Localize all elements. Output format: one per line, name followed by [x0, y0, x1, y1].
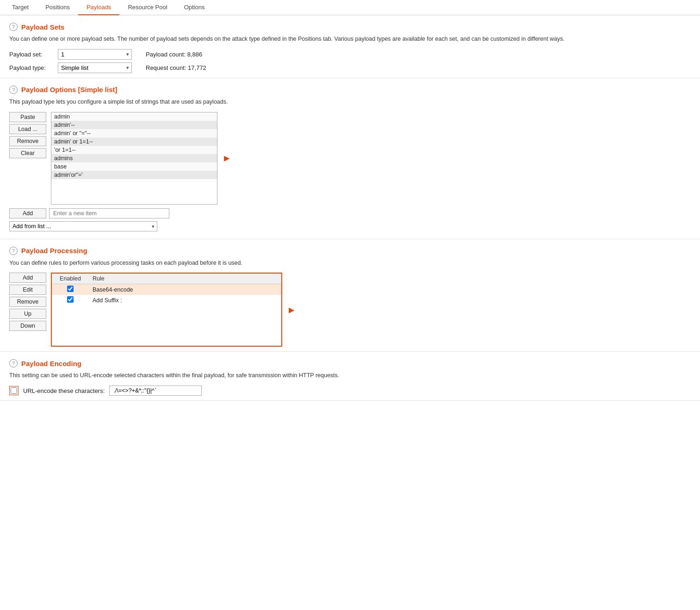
payload-set-label: Payload set:	[9, 51, 53, 58]
payload-processing-section: ? Payload Processing You can define rule…	[0, 239, 700, 352]
payload-list-container: Paste Load ... Remove Clear adminadmin'-…	[9, 112, 691, 205]
payload-list-box[interactable]: adminadmin'--admin' or "="--admin' or 1=…	[51, 112, 217, 205]
proc-rule-checkbox[interactable]	[67, 286, 74, 292]
processing-table: Enabled Rule Base64-encode Add Suffix :	[52, 274, 281, 305]
tab-target[interactable]: Target	[4, 0, 37, 15]
payload-sets-title: Payload Sets	[21, 23, 64, 31]
processing-table-wrapper: Enabled Rule Base64-encode Add Suffix :	[51, 273, 282, 347]
payload-list-buttons: Paste Load ... Remove Clear	[9, 112, 46, 158]
list-item[interactable]: admin' or 1=1--	[51, 137, 217, 146]
payload-type-select[interactable]: Simple list	[58, 62, 132, 73]
proc-remove-button[interactable]: Remove	[9, 297, 46, 307]
col-rule: Rule	[89, 274, 281, 284]
payload-sets-grid: Payload set: 1 Payload count: 8,886 Payl…	[9, 49, 691, 73]
payload-options-section: ? Payload Options [Simple list] This pay…	[0, 78, 700, 239]
tab-positions[interactable]: Positions	[37, 0, 78, 15]
payload-type-label: Payload type:	[9, 64, 53, 71]
tab-options[interactable]: Options	[176, 0, 213, 15]
url-encode-label[interactable]: URL-encode these characters:	[23, 387, 105, 394]
payload-encoding-section: ? Payload Encoding This setting can be u…	[0, 352, 700, 401]
payload-count-text: Payload count: 8,886	[136, 51, 202, 58]
proc-rule-label: Add Suffix :	[89, 295, 281, 305]
load-button[interactable]: Load ...	[9, 124, 46, 134]
payload-encoding-header: ? Payload Encoding	[9, 359, 691, 367]
encoding-row: URL-encode these characters:	[9, 386, 691, 396]
processing-buttons: Add Edit Remove Up Down	[9, 273, 46, 331]
tab-resource-pool[interactable]: Resource Pool	[119, 0, 175, 15]
payload-processing-header: ? Payload Processing	[9, 247, 691, 255]
proc-down-button[interactable]: Down	[9, 321, 46, 331]
url-encode-chars-input[interactable]	[109, 386, 202, 396]
proc-add-button[interactable]: Add	[9, 273, 46, 283]
payload-processing-description: You can define rules to perform various …	[9, 259, 691, 268]
payload-options-title: Payload Options [Simple list]	[21, 86, 118, 93]
tab-bar: Target Positions Payloads Resource Pool …	[0, 0, 700, 15]
processing-layout: Add Edit Remove Up Down Enabled Rule Bas…	[9, 273, 691, 347]
add-from-list-select[interactable]: Add from list ...	[9, 221, 157, 231]
list-item[interactable]: base	[51, 162, 217, 171]
payload-type-select-wrapper: Simple list	[58, 62, 132, 73]
payload-set-select[interactable]: 1	[58, 49, 132, 60]
paste-button[interactable]: Paste	[9, 112, 46, 122]
table-row[interactable]: Add Suffix :	[52, 295, 281, 305]
payload-options-help-icon[interactable]: ?	[9, 86, 18, 94]
payload-encoding-description: This setting can be used to URL-encode s…	[9, 371, 691, 380]
col-enabled: Enabled	[52, 274, 89, 284]
list-item[interactable]: admin	[51, 112, 217, 121]
list-item[interactable]: admin'--	[51, 121, 217, 129]
payload-encoding-help-icon[interactable]: ?	[9, 359, 18, 367]
proc-rule-label: Base64-encode	[89, 284, 281, 295]
tab-payloads[interactable]: Payloads	[78, 0, 119, 15]
list-item[interactable]: admin' or "="--	[51, 129, 217, 137]
add-item-input[interactable]	[49, 208, 169, 218]
proc-rule-checkbox[interactable]	[67, 296, 74, 303]
proc-up-button[interactable]: Up	[9, 309, 46, 319]
payload-processing-title: Payload Processing	[21, 247, 87, 255]
payload-sets-description: You can define one or more payload sets.…	[9, 35, 691, 44]
add-button[interactable]: Add	[9, 208, 46, 218]
list-item[interactable]: admin'or"='	[51, 171, 217, 179]
payload-options-header: ? Payload Options [Simple list]	[9, 86, 691, 94]
list-item[interactable]: admins	[51, 154, 217, 162]
url-encode-checkbox[interactable]	[11, 387, 17, 394]
payload-set-select-wrapper: 1	[58, 49, 132, 60]
payload-sets-help-icon[interactable]: ?	[9, 23, 18, 31]
add-from-list-wrapper: Add from list ...	[9, 221, 157, 231]
table-row[interactable]: Base64-encode	[52, 284, 281, 295]
add-item-row: Add	[9, 208, 691, 218]
payload-processing-help-icon[interactable]: ?	[9, 247, 18, 255]
url-encode-checkbox-wrapper	[9, 386, 19, 395]
payload-encoding-title: Payload Encoding	[21, 360, 81, 367]
add-from-list-row: Add from list ...	[9, 221, 691, 231]
clear-button[interactable]: Clear	[9, 148, 46, 158]
remove-button[interactable]: Remove	[9, 136, 46, 146]
list-item[interactable]: 'or 1=1--	[51, 146, 217, 154]
payload-sets-header: ? Payload Sets	[9, 23, 691, 31]
proc-edit-button[interactable]: Edit	[9, 285, 46, 295]
payload-sets-section: ? Payload Sets You can define one or mor…	[0, 15, 700, 78]
payload-list-arrow-icon: ▶	[224, 154, 229, 162]
processing-arrow-icon: ▶	[289, 305, 294, 314]
payload-options-description: This payload type lets you configure a s…	[9, 98, 691, 106]
request-count-text: Request count: 17,772	[136, 64, 206, 71]
